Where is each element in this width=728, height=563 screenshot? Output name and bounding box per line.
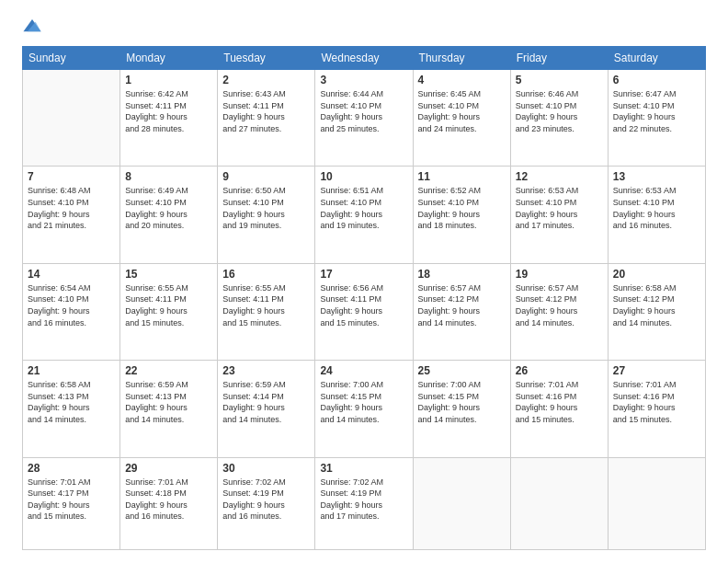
day-info: Sunrise: 6:52 AM Sunset: 4:10 PM Dayligh… [418, 185, 506, 231]
calendar-cell [413, 457, 510, 549]
day-info: Sunrise: 6:43 AM Sunset: 4:11 PM Dayligh… [222, 88, 310, 134]
calendar-cell [608, 457, 705, 549]
calendar-cell: 26Sunrise: 7:01 AM Sunset: 4:16 PM Dayli… [510, 361, 608, 457]
calendar-header-friday: Friday [510, 47, 608, 70]
day-info: Sunrise: 6:48 AM Sunset: 4:10 PM Dayligh… [28, 185, 115, 231]
logo-icon [22, 17, 42, 37]
day-number: 18 [418, 268, 506, 281]
day-number: 31 [320, 462, 407, 475]
calendar-cell: 12Sunrise: 6:53 AM Sunset: 4:10 PM Dayli… [510, 167, 608, 263]
day-info: Sunrise: 6:53 AM Sunset: 4:10 PM Dayligh… [516, 185, 603, 231]
day-number: 4 [418, 74, 506, 86]
calendar-cell: 19Sunrise: 6:57 AM Sunset: 4:12 PM Dayli… [510, 263, 608, 360]
calendar-cell: 16Sunrise: 6:55 AM Sunset: 4:11 PM Dayli… [218, 263, 315, 360]
day-number: 30 [222, 462, 310, 475]
day-number: 15 [125, 268, 212, 281]
calendar-cell: 31Sunrise: 7:02 AM Sunset: 4:19 PM Dayli… [315, 457, 413, 549]
day-info: Sunrise: 6:58 AM Sunset: 4:13 PM Dayligh… [28, 379, 115, 425]
calendar-cell: 11Sunrise: 6:52 AM Sunset: 4:10 PM Dayli… [413, 167, 510, 263]
calendar-week-1: 1Sunrise: 6:42 AM Sunset: 4:11 PM Daylig… [23, 70, 706, 167]
day-info: Sunrise: 6:58 AM Sunset: 4:12 PM Dayligh… [613, 282, 700, 328]
day-number: 19 [516, 268, 603, 281]
calendar-cell: 10Sunrise: 6:51 AM Sunset: 4:10 PM Dayli… [315, 167, 413, 263]
calendar-cell: 14Sunrise: 6:54 AM Sunset: 4:10 PM Dayli… [23, 263, 120, 360]
day-info: Sunrise: 7:02 AM Sunset: 4:19 PM Dayligh… [320, 477, 407, 523]
day-number: 20 [613, 268, 700, 281]
day-info: Sunrise: 6:53 AM Sunset: 4:10 PM Dayligh… [613, 185, 700, 231]
day-info: Sunrise: 7:01 AM Sunset: 4:18 PM Dayligh… [125, 477, 212, 523]
day-info: Sunrise: 7:01 AM Sunset: 4:17 PM Dayligh… [28, 477, 115, 523]
day-number: 6 [613, 74, 700, 86]
day-number: 27 [613, 364, 700, 377]
day-info: Sunrise: 6:57 AM Sunset: 4:12 PM Dayligh… [418, 282, 506, 328]
calendar-cell: 6Sunrise: 6:47 AM Sunset: 4:10 PM Daylig… [608, 70, 705, 167]
day-number: 24 [320, 364, 407, 377]
day-info: Sunrise: 6:59 AM Sunset: 4:13 PM Dayligh… [125, 379, 212, 425]
day-number: 1 [125, 74, 212, 86]
calendar-week-2: 7Sunrise: 6:48 AM Sunset: 4:10 PM Daylig… [23, 167, 706, 263]
calendar-cell: 22Sunrise: 6:59 AM Sunset: 4:13 PM Dayli… [120, 361, 218, 457]
calendar-cell: 28Sunrise: 7:01 AM Sunset: 4:17 PM Dayli… [23, 457, 120, 549]
day-number: 14 [28, 268, 115, 281]
day-number: 29 [125, 462, 212, 475]
calendar-table: SundayMondayTuesdayWednesdayThursdayFrid… [22, 46, 706, 550]
calendar-cell: 2Sunrise: 6:43 AM Sunset: 4:11 PM Daylig… [218, 70, 315, 167]
calendar-cell [510, 457, 608, 549]
day-info: Sunrise: 6:50 AM Sunset: 4:10 PM Dayligh… [222, 185, 310, 231]
day-info: Sunrise: 6:57 AM Sunset: 4:12 PM Dayligh… [516, 282, 603, 328]
logo [22, 17, 46, 37]
day-number: 21 [28, 364, 115, 377]
calendar-cell: 4Sunrise: 6:45 AM Sunset: 4:10 PM Daylig… [413, 70, 510, 167]
day-number: 17 [320, 268, 407, 281]
day-info: Sunrise: 6:47 AM Sunset: 4:10 PM Dayligh… [613, 88, 700, 134]
day-info: Sunrise: 6:51 AM Sunset: 4:10 PM Dayligh… [320, 185, 407, 231]
calendar-cell: 27Sunrise: 7:01 AM Sunset: 4:16 PM Dayli… [608, 361, 705, 457]
day-info: Sunrise: 6:56 AM Sunset: 4:11 PM Dayligh… [320, 282, 407, 328]
day-number: 28 [28, 462, 115, 475]
day-info: Sunrise: 6:49 AM Sunset: 4:10 PM Dayligh… [125, 185, 212, 231]
day-info: Sunrise: 6:59 AM Sunset: 4:14 PM Dayligh… [222, 379, 310, 425]
day-number: 22 [125, 364, 212, 377]
calendar-header-wednesday: Wednesday [315, 47, 413, 70]
calendar-header-tuesday: Tuesday [218, 47, 315, 70]
calendar-cell: 18Sunrise: 6:57 AM Sunset: 4:12 PM Dayli… [413, 263, 510, 360]
calendar-cell: 9Sunrise: 6:50 AM Sunset: 4:10 PM Daylig… [218, 167, 315, 263]
day-info: Sunrise: 7:02 AM Sunset: 4:19 PM Dayligh… [222, 477, 310, 523]
calendar-cell: 5Sunrise: 6:46 AM Sunset: 4:10 PM Daylig… [510, 70, 608, 167]
calendar-cell: 30Sunrise: 7:02 AM Sunset: 4:19 PM Dayli… [218, 457, 315, 549]
calendar-header-saturday: Saturday [608, 47, 705, 70]
day-number: 23 [222, 364, 310, 377]
day-info: Sunrise: 7:01 AM Sunset: 4:16 PM Dayligh… [613, 379, 700, 425]
calendar-cell: 3Sunrise: 6:44 AM Sunset: 4:10 PM Daylig… [315, 70, 413, 167]
calendar-header-row: SundayMondayTuesdayWednesdayThursdayFrid… [23, 47, 706, 70]
day-number: 13 [613, 170, 700, 183]
calendar-cell [23, 70, 120, 167]
calendar-cell: 25Sunrise: 7:00 AM Sunset: 4:15 PM Dayli… [413, 361, 510, 457]
calendar-cell: 24Sunrise: 7:00 AM Sunset: 4:15 PM Dayli… [315, 361, 413, 457]
day-number: 2 [222, 74, 310, 86]
calendar-cell: 29Sunrise: 7:01 AM Sunset: 4:18 PM Dayli… [120, 457, 218, 549]
day-info: Sunrise: 6:54 AM Sunset: 4:10 PM Dayligh… [28, 282, 115, 328]
calendar-header-sunday: Sunday [23, 47, 120, 70]
day-info: Sunrise: 7:00 AM Sunset: 4:15 PM Dayligh… [320, 379, 407, 425]
day-info: Sunrise: 7:01 AM Sunset: 4:16 PM Dayligh… [516, 379, 603, 425]
calendar-cell: 21Sunrise: 6:58 AM Sunset: 4:13 PM Dayli… [23, 361, 120, 457]
header [22, 17, 706, 37]
day-number: 7 [28, 170, 115, 183]
day-number: 10 [320, 170, 407, 183]
calendar-cell: 8Sunrise: 6:49 AM Sunset: 4:10 PM Daylig… [120, 167, 218, 263]
calendar-week-4: 21Sunrise: 6:58 AM Sunset: 4:13 PM Dayli… [23, 361, 706, 457]
day-number: 11 [418, 170, 506, 183]
day-number: 26 [516, 364, 603, 377]
day-number: 5 [516, 74, 603, 86]
calendar-header-thursday: Thursday [413, 47, 510, 70]
calendar-cell: 1Sunrise: 6:42 AM Sunset: 4:11 PM Daylig… [120, 70, 218, 167]
day-number: 16 [222, 268, 310, 281]
day-number: 9 [222, 170, 310, 183]
calendar-cell: 7Sunrise: 6:48 AM Sunset: 4:10 PM Daylig… [23, 167, 120, 263]
calendar-cell: 20Sunrise: 6:58 AM Sunset: 4:12 PM Dayli… [608, 263, 705, 360]
day-info: Sunrise: 6:55 AM Sunset: 4:11 PM Dayligh… [222, 282, 310, 328]
calendar-cell: 17Sunrise: 6:56 AM Sunset: 4:11 PM Dayli… [315, 263, 413, 360]
day-info: Sunrise: 6:46 AM Sunset: 4:10 PM Dayligh… [516, 88, 603, 134]
day-number: 12 [516, 170, 603, 183]
